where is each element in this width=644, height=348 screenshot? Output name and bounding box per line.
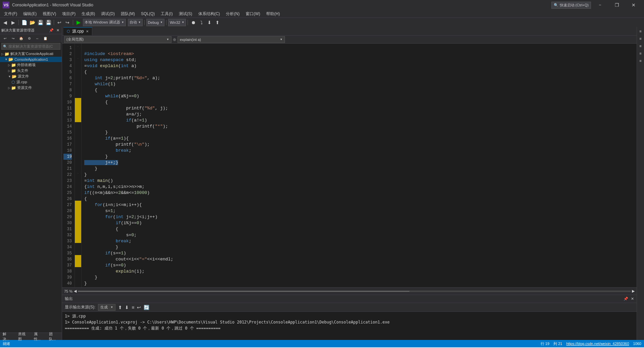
- rs-btn-5[interactable]: ≡: [638, 58, 644, 64]
- menu-edit[interactable]: 编辑(E): [20, 10, 39, 17]
- tab-close-icon[interactable]: ✕: [86, 30, 89, 33]
- platform-dropdown[interactable]: Win32 ▼: [168, 19, 186, 26]
- zoom-level[interactable]: 75 %: [64, 289, 72, 293]
- se-tab-class[interactable]: 类视图: [17, 331, 30, 342]
- ln-14: 14: [63, 123, 72, 130]
- menu-window[interactable]: 窗口(W): [243, 10, 263, 17]
- tree-source-cpp[interactable]: ⬡ 源.cpp: [0, 79, 62, 85]
- tree-resources[interactable]: ▷ 📁 资源文件: [0, 85, 62, 91]
- status-encoding: 1060: [633, 342, 641, 346]
- quick-launch-search[interactable]: 🔍 快速启动 (Ctrl+Q): [551, 2, 591, 9]
- ln-3: 3: [63, 57, 72, 63]
- toolbar-undo[interactable]: ↩: [56, 19, 63, 26]
- tree-source-files[interactable]: ▼ 📂 源文件: [0, 73, 62, 79]
- quick-launch-label: 快速启动 (Ctrl+Q): [560, 3, 589, 8]
- toolbar-step-out[interactable]: ⬆: [214, 19, 221, 26]
- status-link[interactable]: https://blog.csdn.net/weixin_42850360: [566, 342, 629, 346]
- member-dropdown[interactable]: explain(int a) ▼: [178, 36, 285, 43]
- ln-28: 28: [63, 208, 72, 214]
- output-btn-refresh[interactable]: 🔄: [144, 305, 149, 310]
- menu-analysis[interactable]: 分析(N): [223, 10, 242, 17]
- config-dropdown[interactable]: 自动 ▼: [128, 19, 143, 26]
- toolbar-breakpoint[interactable]: ⏺: [190, 19, 197, 26]
- debug-target-dropdown[interactable]: 本地 Windows 调试器 ▼: [83, 19, 126, 26]
- toolbar-start-debug[interactable]: ▶: [75, 19, 82, 26]
- output-source-dropdown[interactable]: 生成 ▼: [98, 304, 115, 311]
- menu-view[interactable]: 视图(V): [40, 10, 59, 17]
- scope-label: (全局范围): [66, 37, 84, 42]
- rs-btn-3[interactable]: ≡: [638, 43, 644, 49]
- menu-test[interactable]: 测试(S): [176, 10, 195, 17]
- menu-debug[interactable]: 调试(D): [98, 10, 117, 17]
- se-tab-team[interactable]: 团队...: [48, 331, 60, 342]
- se-close-button[interactable]: ✕: [55, 28, 60, 33]
- menu-file[interactable]: 文件(F): [1, 10, 20, 17]
- toolbar-step-into[interactable]: ⬇: [206, 19, 213, 26]
- output-btn-clear[interactable]: ≡: [132, 305, 134, 310]
- menu-help[interactable]: 帮助(H): [263, 10, 283, 17]
- se-tab-solution[interactable]: 解决...: [1, 331, 14, 342]
- se-tb-btn3[interactable]: 🏠: [17, 35, 25, 42]
- ln-39: 39: [63, 275, 72, 281]
- debug-config-dropdown[interactable]: Debug ▼: [146, 19, 164, 26]
- scope-dropdown[interactable]: (全局范围) ▼: [64, 36, 171, 43]
- tree-headers[interactable]: ▷ 📁 头文件: [0, 68, 62, 73]
- tree-project[interactable]: ▼ 📂 ConsoleApplication1: [0, 57, 62, 62]
- folder-icon: 📁: [11, 63, 16, 67]
- toolbar-new[interactable]: 📄: [20, 19, 28, 26]
- output-btn-down[interactable]: ⬇: [125, 305, 129, 310]
- nav-icon-group: ⊕: [173, 37, 176, 42]
- se-tb-btn1[interactable]: ↩: [1, 35, 9, 42]
- output-btn-up[interactable]: ⬆: [118, 305, 122, 310]
- solution-explorer-search[interactable]: 🔍: [1, 43, 60, 50]
- menu-architecture[interactable]: 体系结构(C): [196, 10, 223, 17]
- toolbar-save-all[interactable]: 💾: [45, 19, 52, 26]
- zoom-scroll-right[interactable]: ▶: [632, 289, 635, 293]
- menu-team[interactable]: 团队(M): [118, 10, 138, 17]
- ln-11: 11: [63, 105, 72, 111]
- solution-explorer-header: 解决方案资源管理器 📌 ✕: [0, 27, 62, 34]
- zoom-bar: 75 % ◀ ▶: [62, 287, 637, 295]
- output-close-button[interactable]: ✕: [631, 297, 634, 301]
- output-btn-wrap[interactable]: ↩: [137, 305, 141, 310]
- se-pin-button[interactable]: 📌: [48, 28, 55, 33]
- se-tab-properties[interactable]: 属性...: [33, 331, 45, 342]
- debug-config-label: Debug: [148, 20, 159, 24]
- tree-external-deps[interactable]: ▷ 📁 外部依赖项: [0, 62, 62, 68]
- menu-build[interactable]: 生成(B): [79, 10, 98, 17]
- toolbar-step-over[interactable]: ⤵: [198, 19, 205, 26]
- minimize-button[interactable]: －: [592, 0, 608, 10]
- toolbar-open[interactable]: 📂: [29, 19, 36, 26]
- se-tb-btn4[interactable]: ⚙: [26, 35, 33, 42]
- se-tb-btn2[interactable]: ↪: [9, 35, 17, 42]
- restore-button[interactable]: ❐: [609, 0, 625, 10]
- zoom-scroll-left[interactable]: ◀: [74, 289, 77, 293]
- config-arrow: ▼: [138, 21, 141, 24]
- ln-36: 36: [63, 256, 72, 262]
- toolbar-forward[interactable]: ▶: [9, 19, 17, 26]
- menu-tools[interactable]: 工具(I): [158, 10, 175, 17]
- solution-explorer-title: 解决方案资源管理器: [1, 28, 35, 33]
- close-button[interactable]: ✕: [626, 0, 641, 10]
- output-line1: 1> 源.cpp: [65, 313, 634, 319]
- code-editor[interactable]: 1 2 3 4 5 6 7 8 9 10 11 12 13 14 15 16 1…: [62, 44, 637, 287]
- code-text[interactable]: #include <iostream> using namespace std;…: [82, 44, 637, 287]
- toolbar-redo[interactable]: ↪: [64, 19, 71, 26]
- status-ready: 就绪: [3, 341, 10, 346]
- rs-btn-4[interactable]: ≡: [638, 50, 644, 56]
- ln-33: 33: [63, 238, 72, 244]
- se-tb-btn5[interactable]: ↔: [34, 35, 41, 42]
- toolbar-back[interactable]: ◀: [1, 19, 9, 26]
- menu-project[interactable]: 项目(P): [59, 10, 78, 17]
- se-search-input[interactable]: [8, 44, 59, 48]
- rs-btn-2[interactable]: ≡: [638, 36, 644, 42]
- toolbar-save[interactable]: 💾: [37, 19, 44, 26]
- rs-btn-1[interactable]: ≡: [638, 28, 644, 34]
- tree-solution[interactable]: ▷ 📁 解决方案'ConsoleApplicati: [0, 51, 62, 57]
- output-pin-button[interactable]: 📌: [624, 297, 628, 301]
- se-tb-btn6[interactable]: 📋: [42, 35, 49, 42]
- tab-source-cpp[interactable]: ⬡ 源.cpp ✕: [63, 27, 92, 35]
- output-panel: 输出 📌 ✕ 显示输出来源(S): 生成 ▼ ⬆ ⬇ ≡ ↩ 🔄 1> 源: [62, 295, 637, 340]
- horizontal-scrollbar[interactable]: [78, 291, 631, 292]
- menu-sql[interactable]: SQL(Q): [138, 10, 157, 17]
